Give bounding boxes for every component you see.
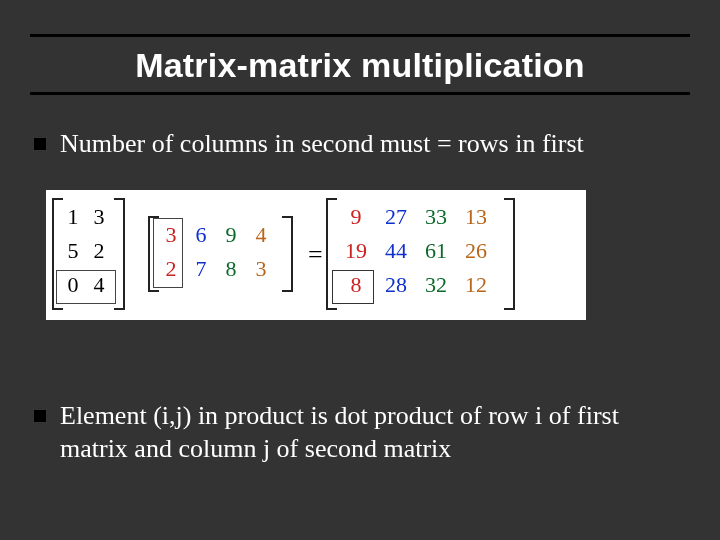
cell: 9 [336, 200, 376, 234]
matrix-b: 3 6 9 4 2 7 8 3 [156, 218, 276, 286]
cell: 12 [456, 268, 496, 302]
matrix-figure: 1 3 5 2 0 4 3 6 9 4 2 [46, 190, 586, 320]
cell: 61 [416, 234, 456, 268]
bullet-square-icon [34, 138, 46, 150]
cell: 13 [456, 200, 496, 234]
bullet-2-text: Element (i,j) in product is dot product … [60, 400, 690, 465]
bullet-2: Element (i,j) in product is dot product … [34, 400, 690, 465]
cell: 5 [60, 234, 86, 268]
matrix-a: 1 3 5 2 0 4 [60, 200, 112, 302]
cell: 2 [86, 234, 112, 268]
matrix-c: 9 27 33 13 19 44 61 26 8 28 32 12 [336, 200, 496, 302]
bullet-1-text: Number of columns in second must = rows … [60, 128, 584, 161]
cell: 1 [60, 200, 86, 234]
cell: 33 [416, 200, 456, 234]
bullet-square-icon [34, 410, 46, 422]
bullet-1: Number of columns in second must = rows … [34, 128, 690, 161]
row-highlight-box [56, 270, 116, 304]
cell: 26 [456, 234, 496, 268]
col-highlight-box [153, 218, 183, 288]
slide-title: Matrix-matrix multiplication [0, 46, 720, 85]
result-highlight-box [332, 270, 374, 304]
equals-sign: = [308, 240, 323, 270]
cell: 6 [186, 218, 216, 252]
cell: 7 [186, 252, 216, 286]
rule-top [30, 34, 690, 37]
cell: 32 [416, 268, 456, 302]
bracket-right-icon [282, 216, 293, 292]
cell: 4 [246, 218, 276, 252]
cell: 3 [246, 252, 276, 286]
bracket-right-icon [504, 198, 515, 310]
rule-under-title [30, 92, 690, 95]
cell: 44 [376, 234, 416, 268]
cell: 28 [376, 268, 416, 302]
cell: 19 [336, 234, 376, 268]
cell: 8 [216, 252, 246, 286]
cell: 9 [216, 218, 246, 252]
cell: 3 [86, 200, 112, 234]
cell: 27 [376, 200, 416, 234]
